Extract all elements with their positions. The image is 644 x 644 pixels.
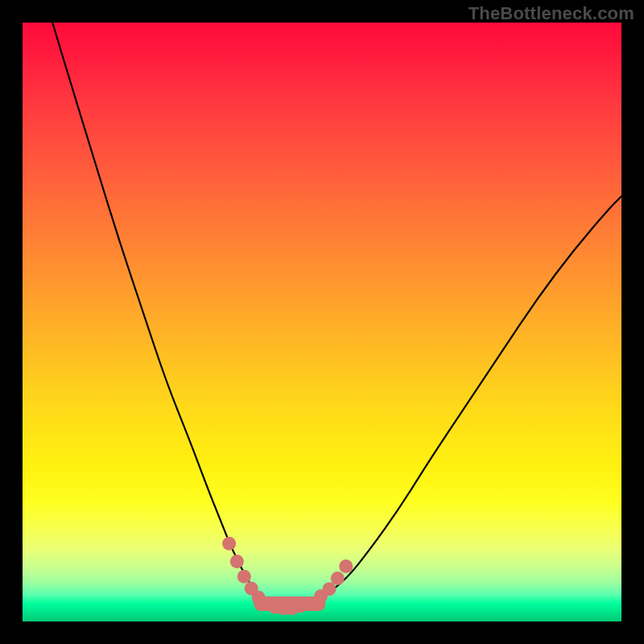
- plot-area: [23, 23, 621, 621]
- marker-group: [222, 537, 353, 615]
- bottleneck-curve: [52, 23, 621, 609]
- curve-svg: [23, 23, 621, 621]
- chart-frame: TheBottleneck.com: [0, 0, 644, 644]
- marker-point: [230, 555, 244, 568]
- marker-point: [322, 582, 336, 596]
- marker-point: [331, 572, 345, 585]
- marker-point: [237, 570, 251, 584]
- marker-point: [222, 537, 236, 551]
- marker-point: [294, 599, 308, 613]
- marker-point: [339, 559, 353, 573]
- watermark-text: TheBottleneck.com: [469, 3, 634, 24]
